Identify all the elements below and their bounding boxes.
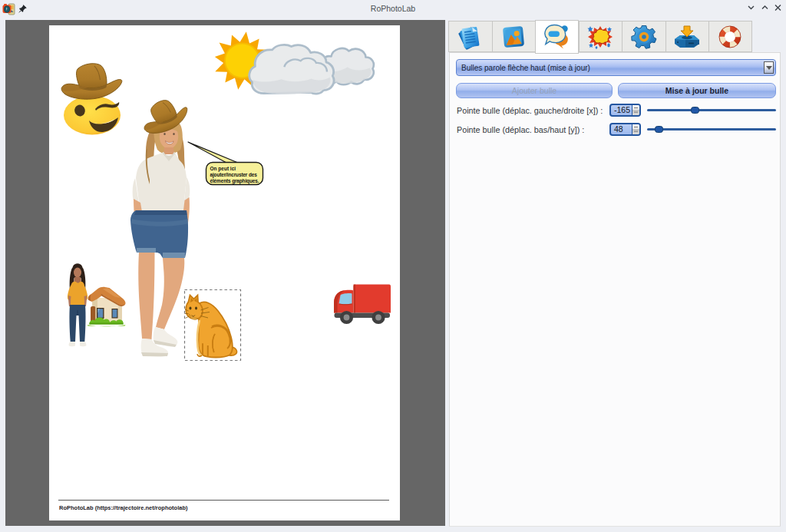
svg-text:RoPhotoLab (https://trajectoir: RoPhotoLab (https://trajectoire.net/roph… [59, 504, 188, 511]
svg-text:ajouter/incruster des: ajouter/incruster des [210, 172, 258, 178]
svg-text:On peut ici: On peut ici [210, 166, 236, 172]
svg-text:éléments graphiques.: éléments graphiques. [210, 178, 259, 184]
